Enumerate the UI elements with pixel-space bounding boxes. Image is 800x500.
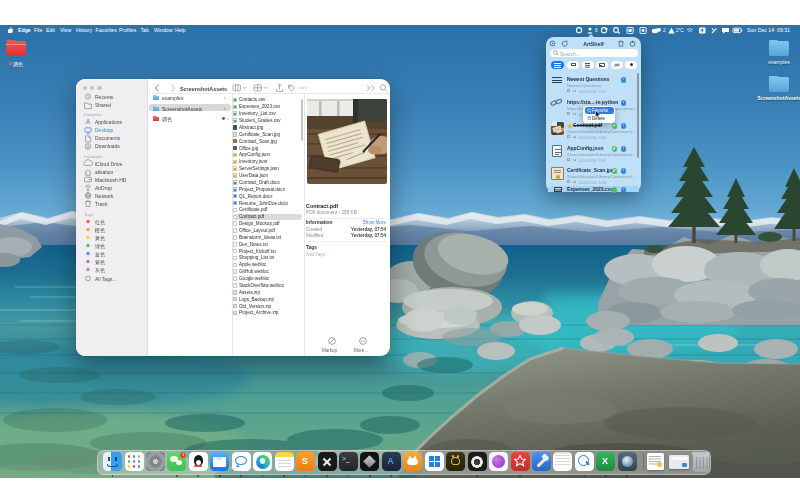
svg-text:2°C: 2°C (676, 28, 684, 33)
svg-text:8: 8 (595, 28, 598, 33)
svg-text:2: 2 (663, 28, 666, 33)
